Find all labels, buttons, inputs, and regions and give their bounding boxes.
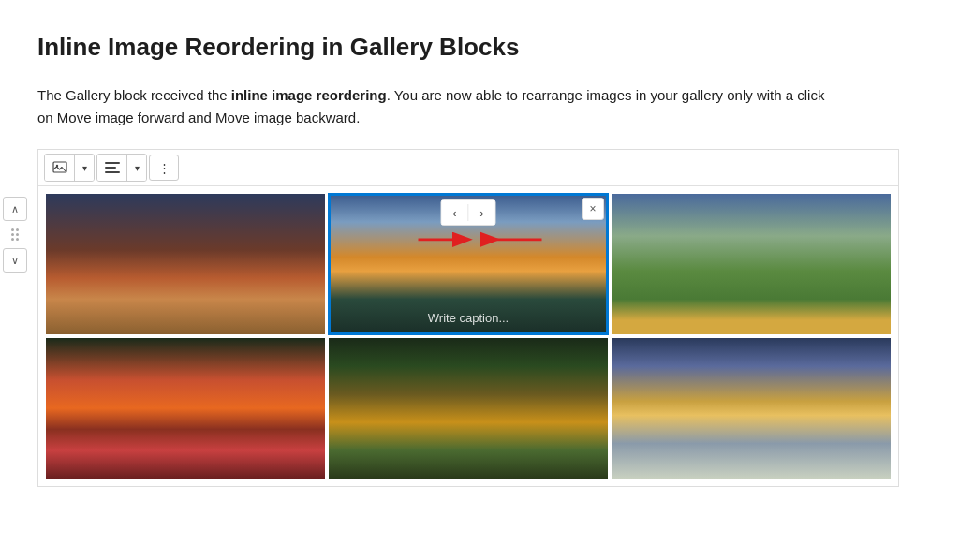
image-caption[interactable]: Write caption... bbox=[329, 303, 608, 334]
toolbar-image-dropdown-button[interactable]: ▾ bbox=[75, 155, 94, 181]
block-toolbar: ▾ ▾ ⋮ bbox=[38, 150, 898, 186]
svg-rect-4 bbox=[105, 171, 120, 173]
page-title: Inline Image Reordering in Gallery Block… bbox=[37, 28, 922, 67]
gallery-item-2[interactable]: Move image forward ‹ bbox=[329, 194, 608, 334]
description-bold: inline image reordering bbox=[231, 87, 387, 103]
svg-rect-3 bbox=[105, 167, 116, 169]
move-down-button[interactable]: ∨ bbox=[3, 248, 27, 273]
move-image-backward-button[interactable]: ‹ bbox=[442, 200, 468, 225]
gallery-image-3 bbox=[612, 194, 891, 334]
toolbar-image-button[interactable] bbox=[45, 155, 75, 181]
move-image-forward-button[interactable]: › bbox=[469, 200, 495, 225]
drag-handle[interactable] bbox=[11, 225, 19, 244]
move-up-button[interactable]: ∧ bbox=[3, 197, 27, 221]
gallery-image-4 bbox=[46, 338, 325, 479]
gallery-image-6 bbox=[612, 338, 891, 479]
side-controls: ∧ ∨ bbox=[3, 197, 27, 273]
toolbar-align-button[interactable] bbox=[97, 155, 127, 181]
editor-area: ▾ ▾ ⋮ ∧ ∨ bbox=[37, 149, 899, 487]
gallery-grid: Move image forward ‹ bbox=[38, 186, 898, 486]
gallery-item-6[interactable] bbox=[612, 338, 891, 479]
gallery-item-4[interactable] bbox=[46, 338, 325, 479]
description-text-start: The Gallery block received the bbox=[37, 87, 231, 103]
description-paragraph: The Gallery block received the inline im… bbox=[37, 84, 843, 131]
toolbar-align-dropdown-button[interactable]: ▾ bbox=[127, 155, 146, 181]
gallery-item-3[interactable] bbox=[612, 194, 891, 334]
gallery-image-1 bbox=[46, 194, 325, 334]
toolbar-image-group: ▾ bbox=[44, 154, 95, 182]
image-nav-controls: ‹ › bbox=[441, 199, 496, 226]
svg-rect-2 bbox=[105, 162, 120, 164]
toolbar-more-options-button[interactable]: ⋮ bbox=[149, 155, 179, 181]
gallery-item-1[interactable] bbox=[46, 194, 325, 334]
gallery-item-5[interactable] bbox=[329, 338, 608, 479]
remove-image-button[interactable]: × bbox=[582, 198, 604, 220]
toolbar-align-group: ▾ bbox=[96, 154, 147, 182]
gallery-image-5 bbox=[329, 338, 608, 479]
